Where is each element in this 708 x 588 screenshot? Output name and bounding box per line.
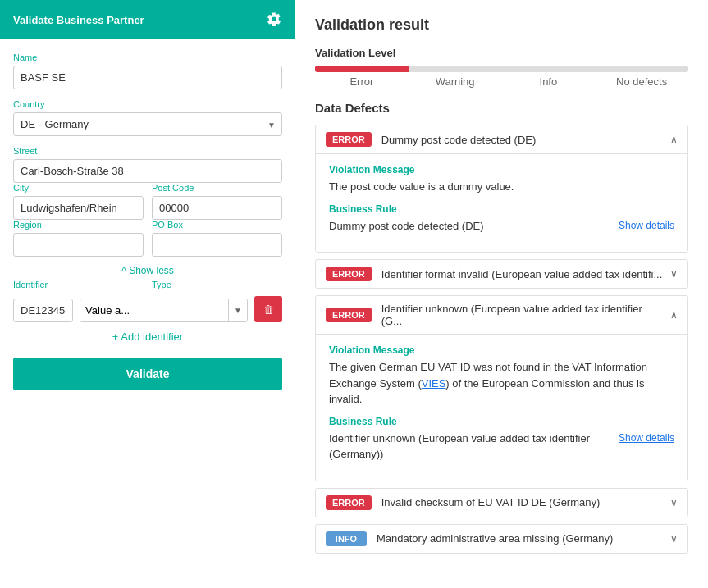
rule-text-1: Dummy post code detected (DE) Show detai… <box>329 218 674 235</box>
postcode-col: Post Code <box>152 183 282 220</box>
postcode-input[interactable] <box>152 196 282 220</box>
level-labels: Error Warning Info No defects <box>315 75 688 88</box>
pobox-input[interactable] <box>152 233 282 257</box>
level-bar <box>315 66 688 72</box>
validation-level-label: Validation Level <box>315 47 688 59</box>
settings-button[interactable] <box>266 11 282 28</box>
violation-label-3: Violation Message <box>329 344 674 356</box>
level-error: Error <box>315 75 409 88</box>
defect-header-5[interactable]: INFO Mandatory administrative area missi… <box>316 525 687 553</box>
pobox-col: PO Box <box>152 220 282 257</box>
street-label: Street <box>13 146 282 156</box>
region-input[interactable] <box>13 233 144 257</box>
defect-card-3: ERROR Identifier unknown (European value… <box>315 295 688 481</box>
show-details-1[interactable]: Show details <box>619 218 674 233</box>
chevron-down-5: ∨ <box>670 533 678 545</box>
city-label: City <box>13 183 144 193</box>
rule-label-1: Business Rule <box>329 203 674 215</box>
left-header: Validate Business Partner <box>0 0 295 39</box>
country-select-wrapper: DE - Germany <box>13 112 282 136</box>
chevron-down-2: ∨ <box>670 268 678 280</box>
show-less-toggle[interactable]: ^ Show less <box>13 265 282 276</box>
bar-warning <box>409 66 502 72</box>
postcode-label: Post Code <box>152 183 282 193</box>
defect-title-3: Identifier unknown (European value added… <box>381 303 664 327</box>
chevron-up-3: ∧ <box>670 309 678 321</box>
level-nodefects: No defects <box>595 75 688 88</box>
name-input[interactable] <box>13 66 282 89</box>
name-label: Name <box>13 52 282 62</box>
rule-label-3: Business Rule <box>329 416 674 427</box>
bar-nodefect <box>595 66 688 72</box>
identifier-row: ▼ 🗑 <box>13 296 282 322</box>
level-warning: Warning <box>409 75 502 88</box>
defect-badge-3: ERROR <box>326 308 372 322</box>
right-panel: Validation result Validation Level Error… <box>295 0 708 588</box>
violation-text-1: The post code value is a dummy value. <box>329 179 674 195</box>
rule-text-content-1: Dummy post code detected (DE) <box>329 218 484 235</box>
country-select[interactable]: DE - Germany <box>13 112 282 136</box>
gear-icon <box>267 11 281 26</box>
validation-result-title: Validation result <box>315 16 688 34</box>
bar-info <box>502 66 596 72</box>
validate-button[interactable]: Validate <box>13 358 282 390</box>
defect-header-1[interactable]: ERROR Dummy post code detected (DE) ∧ <box>316 125 687 153</box>
defect-badge-1: ERROR <box>326 132 372 147</box>
region-label: Region <box>13 220 144 230</box>
defect-header-3[interactable]: ERROR Identifier unknown (European value… <box>316 296 687 334</box>
left-panel: Validate Business Partner Name Country D… <box>0 0 295 588</box>
defect-card-2: ERROR Identifier format invalid (Europea… <box>315 259 688 289</box>
defect-title-2: Identifier format invalid (European valu… <box>381 268 664 280</box>
defect-badge-4: ERROR <box>326 495 372 510</box>
add-identifier-link[interactable]: + Add identifier <box>13 330 282 343</box>
region-col: Region <box>13 220 144 257</box>
region-pobox-row: Region PO Box <box>13 220 282 257</box>
country-label: Country <box>13 99 282 109</box>
type-field: ▼ <box>80 299 248 322</box>
form-body: Name Country DE - Germany Street City Po… <box>0 39 295 588</box>
identifier-input[interactable] <box>13 299 73 322</box>
defect-body-1: Violation Message The post code value is… <box>316 153 687 252</box>
street-input[interactable] <box>13 159 282 183</box>
city-input[interactable] <box>13 196 144 220</box>
chevron-up-1: ∧ <box>670 134 678 145</box>
trash-icon: 🗑 <box>263 303 274 316</box>
defect-card-4: ERROR Invalid checksum of EU VAT ID DE (… <box>315 488 688 517</box>
defect-title-5: Mandatory administrative area missing (G… <box>377 532 664 545</box>
type-input[interactable] <box>80 299 228 321</box>
pobox-label: PO Box <box>152 220 282 230</box>
rule-text-3: Identifier unknown (European value added… <box>329 431 674 463</box>
vies-link[interactable]: VIES <box>422 377 446 390</box>
defect-badge-5: INFO <box>326 531 367 546</box>
identifier-label: Identifier <box>13 280 144 289</box>
chevron-down-4: ∨ <box>670 497 678 508</box>
defect-card-1: ERROR Dummy post code detected (DE) ∧ Vi… <box>315 125 688 253</box>
defect-card-5: INFO Mandatory administrative area missi… <box>315 524 688 554</box>
type-inner: ▼ <box>80 299 248 322</box>
defect-body-3: Violation Message The given German EU VA… <box>316 334 687 481</box>
defect-header-4[interactable]: ERROR Invalid checksum of EU VAT ID DE (… <box>316 489 687 517</box>
type-label: Type <box>152 280 282 289</box>
city-col: City <box>13 183 144 220</box>
type-dropdown-button[interactable]: ▼ <box>228 299 247 321</box>
violation-text-3: The given German EU VAT ID was not found… <box>329 359 674 408</box>
rule-text-content-3: Identifier unknown (European value added… <box>329 431 617 463</box>
panel-title: Validate Business Partner <box>13 14 144 26</box>
identifier-field <box>13 299 73 322</box>
city-postcode-row: City Post Code <box>13 183 282 220</box>
defect-title-4: Invalid checksum of EU VAT ID DE (German… <box>381 496 664 508</box>
defect-badge-2: ERROR <box>326 267 372 281</box>
show-details-3[interactable]: Show details <box>617 431 674 445</box>
delete-identifier-button[interactable]: 🗑 <box>254 296 282 322</box>
identifier-type-labels: Identifier Type <box>13 280 282 293</box>
bar-error <box>315 66 409 72</box>
defect-header-2[interactable]: ERROR Identifier format invalid (Europea… <box>316 260 687 288</box>
level-info: Info <box>502 75 596 88</box>
defect-title-1: Dummy post code detected (DE) <box>381 134 664 146</box>
data-defects-title: Data Defects <box>315 101 688 115</box>
violation-label-1: Violation Message <box>329 164 674 175</box>
